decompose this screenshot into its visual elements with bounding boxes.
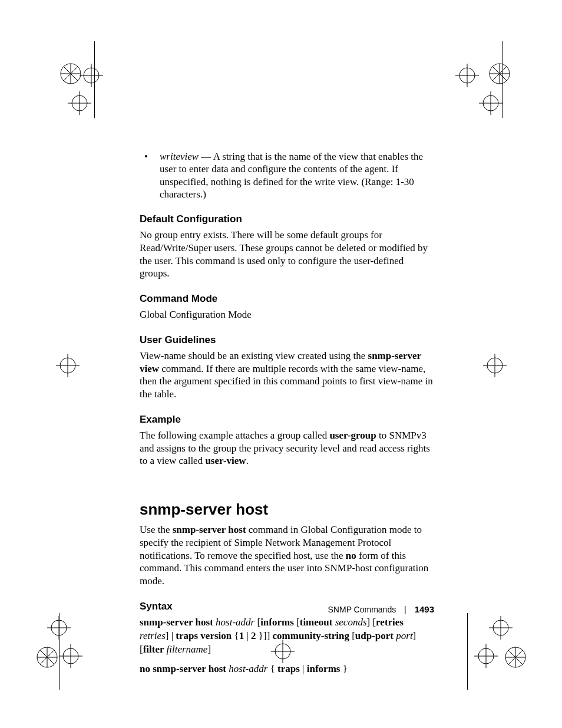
heading-default-config: Default Configuration bbox=[140, 213, 434, 225]
svg-point-0 bbox=[61, 64, 81, 84]
body-user-guidelines: View-name should be an existing view cre… bbox=[140, 350, 434, 401]
svg-line-17 bbox=[492, 67, 507, 81]
command-intro: Use the snmp-server host command in Glob… bbox=[140, 523, 434, 588]
heading-user-guidelines: User Guidelines bbox=[140, 334, 434, 346]
svg-point-48 bbox=[505, 647, 525, 667]
svg-line-37 bbox=[40, 650, 54, 664]
svg-point-5 bbox=[84, 68, 99, 83]
footer-separator: | bbox=[404, 605, 406, 614]
syntax-line-2: no snmp-server host host-addr { traps | … bbox=[140, 663, 434, 676]
svg-point-19 bbox=[483, 95, 498, 111]
svg-point-45 bbox=[478, 648, 494, 664]
svg-point-14 bbox=[490, 64, 510, 84]
footer-section: SNMP Commands bbox=[328, 605, 396, 614]
svg-point-39 bbox=[63, 648, 78, 664]
svg-line-38 bbox=[40, 650, 54, 664]
bullet-marker bbox=[140, 150, 160, 200]
svg-point-8 bbox=[72, 95, 87, 111]
svg-line-52 bbox=[508, 650, 523, 664]
syntax-line-1: snmp-server host host-addr [informs [tim… bbox=[140, 616, 434, 657]
svg-point-22 bbox=[60, 358, 75, 373]
page-content: writeview — A string that is the name of… bbox=[140, 150, 434, 682]
body-default-config: No group entry exists. There will be som… bbox=[140, 229, 434, 280]
svg-point-11 bbox=[459, 68, 475, 83]
body-example: The following example attaches a group c… bbox=[140, 429, 434, 467]
bullet-desc: — A string that is the name of the view … bbox=[160, 151, 423, 200]
svg-point-34 bbox=[37, 647, 57, 667]
command-title: snmp-server host bbox=[140, 500, 434, 519]
body-command-mode: Global Configuration Mode bbox=[140, 308, 434, 321]
footer-page-number: 1493 bbox=[415, 604, 434, 614]
page-footer: SNMP Commands | 1493 bbox=[140, 604, 434, 614]
svg-line-3 bbox=[64, 67, 78, 81]
svg-point-25 bbox=[487, 358, 503, 373]
svg-point-42 bbox=[493, 620, 508, 635]
bullet-writeview: writeview — A string that is the name of… bbox=[140, 150, 434, 200]
heading-command-mode: Command Mode bbox=[140, 293, 434, 305]
heading-example: Example bbox=[140, 414, 434, 426]
bullet-term: writeview bbox=[160, 151, 199, 162]
bullet-text: writeview — A string that is the name of… bbox=[160, 150, 434, 200]
svg-line-51 bbox=[508, 650, 523, 664]
svg-line-18 bbox=[492, 67, 507, 81]
svg-line-4 bbox=[64, 67, 78, 81]
